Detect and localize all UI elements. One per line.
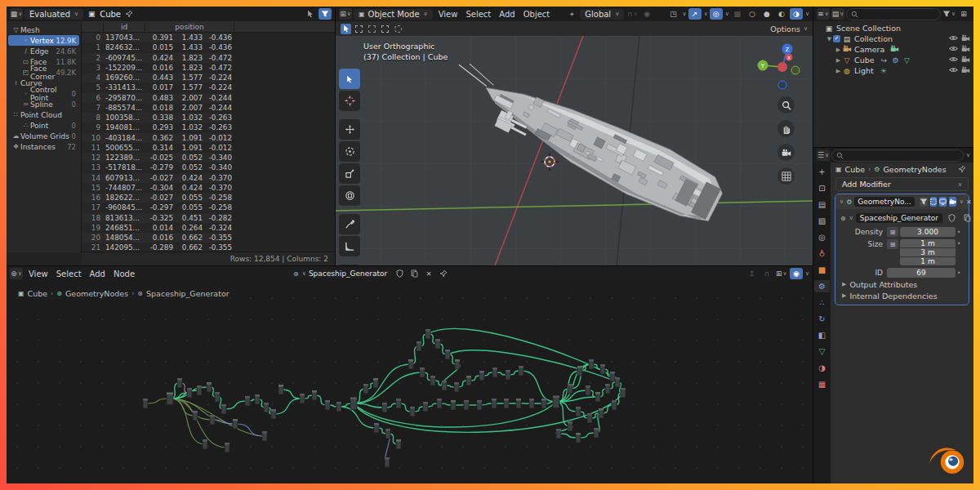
copy-icon[interactable] xyxy=(408,268,421,279)
expand-arrow-icon[interactable]: ▼ xyxy=(826,36,833,42)
add-cube-tool-icon[interactable] xyxy=(339,265,360,265)
graph-node[interactable] xyxy=(300,394,305,403)
graph-node[interactable] xyxy=(589,359,594,369)
graph-node[interactable] xyxy=(278,385,283,394)
graph-node[interactable] xyxy=(396,439,401,449)
object-type-visibility-icon[interactable]: ◳ xyxy=(667,8,680,20)
graph-node[interactable] xyxy=(587,413,592,423)
expand-caret-icon[interactable]: ∨ xyxy=(840,198,844,205)
pan-hand-icon[interactable] xyxy=(777,120,795,137)
graph-node[interactable] xyxy=(197,385,202,395)
graph-node[interactable] xyxy=(621,388,626,398)
expand-arrow-icon[interactable]: ▶ xyxy=(835,68,842,74)
node-editor-type-button[interactable]: ⊛∨ xyxy=(10,268,23,279)
table-row[interactable]: 5-331413...0.0171.577-0.224 xyxy=(82,82,232,92)
viewport-editor-type-button[interactable]: ⊞∨ xyxy=(339,8,352,20)
sidebar-item-edge[interactable]: ∕Edge24.6K xyxy=(8,46,79,56)
graph-node[interactable] xyxy=(529,399,534,408)
graph-node[interactable] xyxy=(445,350,450,359)
graph-node[interactable] xyxy=(576,407,581,416)
table-row[interactable]: 4169260...0.4431.577-0.224 xyxy=(82,73,232,82)
viewport-menu-select[interactable]: Select xyxy=(461,10,495,19)
table-row[interactable]: 1824632...0.0151.433-0.436 xyxy=(82,42,232,52)
breadcrumb-item[interactable]: GeometryNodes xyxy=(65,289,128,298)
overlays-toggle-icon[interactable]: ◎ xyxy=(710,8,723,20)
animate-dot[interactable]: • xyxy=(956,229,962,236)
graph-node[interactable] xyxy=(207,382,212,392)
graph-node[interactable] xyxy=(221,404,226,414)
viewport-menu-add[interactable]: Add xyxy=(495,10,519,19)
edit-mode-display-icon[interactable] xyxy=(920,197,928,207)
modifier-extras-caret[interactable]: ∨ xyxy=(960,198,964,205)
transform-pivot-icon[interactable]: ⌖ xyxy=(565,8,578,20)
snapping-magnet-icon[interactable]: ∩∨ xyxy=(626,8,639,20)
properties-tab-constraints[interactable]: ◧ xyxy=(814,329,830,341)
outliner-filter-icon[interactable]: ∨ xyxy=(942,8,956,20)
outliner-row-collection[interactable]: ▼✓▤Collection xyxy=(813,33,973,44)
breadcrumb-item[interactable]: Cube xyxy=(28,289,48,298)
dataset-dropdown[interactable]: Evaluated∨ xyxy=(24,9,83,20)
output-attributes-section[interactable]: ▶Output Attributes xyxy=(835,278,969,290)
rotate-tool-icon[interactable] xyxy=(339,141,360,162)
table-row[interactable]: 3-152209...0.0161.823-0.472 xyxy=(82,63,232,73)
size-x-field[interactable]: 1 m xyxy=(900,239,956,247)
graph-node[interactable] xyxy=(245,396,250,406)
graph-node[interactable] xyxy=(177,378,182,388)
add-modifier-button[interactable]: Add Modifier∨ xyxy=(835,177,969,191)
breadcrumb-item[interactable]: Spaceship_Generator xyxy=(146,289,229,298)
graph-node[interactable] xyxy=(408,359,413,369)
properties-options-caret[interactable]: ∨ xyxy=(966,152,970,158)
graph-node[interactable] xyxy=(225,443,229,452)
shading-rendered-icon[interactable]: ◑ xyxy=(790,8,803,20)
overlays-toggle-icon-caret[interactable]: ∨ xyxy=(725,11,729,17)
properties-tab-view-layer[interactable]: ▧ xyxy=(814,215,830,227)
transform-orientation-dropdown[interactable]: Global∨ xyxy=(580,9,624,20)
graph-node[interactable] xyxy=(373,378,378,388)
properties-tab-world[interactable]: ♁ xyxy=(814,247,830,260)
graph-node[interactable] xyxy=(541,399,546,408)
graph-node[interactable] xyxy=(385,429,390,439)
viewport-menu-object[interactable]: Object xyxy=(519,10,555,19)
graph-node[interactable] xyxy=(416,341,421,351)
disable-render-camera-icon[interactable] xyxy=(961,34,970,43)
graph-node[interactable] xyxy=(350,398,357,410)
properties-tab-render[interactable]: ⊡ xyxy=(814,182,830,194)
graph-node[interactable] xyxy=(615,377,620,387)
hide-eye-icon[interactable] xyxy=(949,34,958,43)
graph-node[interactable] xyxy=(504,399,509,408)
position-column-header[interactable]: position xyxy=(145,23,234,31)
graph-node[interactable] xyxy=(312,390,317,400)
graph-node[interactable] xyxy=(577,366,582,376)
sidebar-item-control-point[interactable]: ◦Control Point0 xyxy=(8,88,79,99)
graph-node[interactable] xyxy=(215,392,220,402)
pin-icon[interactable] xyxy=(956,163,969,175)
sidebar-item-point[interactable]: ∴Point0 xyxy=(8,120,79,131)
graph-node[interactable] xyxy=(430,376,435,385)
node-menu-add[interactable]: Add xyxy=(86,270,109,278)
table-row[interactable]: 2-609745...0.4241.823-0.472 xyxy=(82,53,232,63)
animate-dot[interactable]: • xyxy=(956,270,962,277)
table-row[interactable]: 16182622...-0.0270.055-0.258 xyxy=(82,193,232,203)
realtime-display-icon[interactable] xyxy=(939,197,947,207)
graph-node[interactable] xyxy=(423,402,428,412)
table-row[interactable]: 9194081...0.2931.032-0.263 xyxy=(82,122,232,132)
properties-tab-particles[interactable]: ∴ xyxy=(814,296,830,309)
hide-eye-icon[interactable] xyxy=(949,66,958,75)
graph-node[interactable] xyxy=(262,431,267,441)
collection-checkbox[interactable]: ✓ xyxy=(833,35,840,42)
graph-node[interactable] xyxy=(264,403,269,412)
shading-solid-icon[interactable]: ● xyxy=(760,8,773,20)
filter-funnel-icon[interactable] xyxy=(318,8,332,20)
orthographic-grid-icon[interactable] xyxy=(777,167,795,185)
cursor-tool-icon[interactable] xyxy=(339,91,360,111)
unlink-icon[interactable]: ✕ xyxy=(422,268,435,279)
fake-user-shield-icon[interactable] xyxy=(393,268,406,279)
xray-toggle-icon[interactable]: ▩ xyxy=(731,8,744,20)
modifier-name-field[interactable]: GeometryNo... xyxy=(854,197,915,207)
select-tweak-tool[interactable] xyxy=(341,24,351,34)
disable-render-camera-icon[interactable] xyxy=(961,66,970,75)
properties-tab-modifiers[interactable]: ⚙ xyxy=(814,280,830,292)
sidebar-item-vertex[interactable]: ◦Vertex12.9K xyxy=(8,35,79,46)
size-z-field[interactable]: 1 m xyxy=(900,257,956,265)
select-extend-tool[interactable] xyxy=(367,24,377,34)
